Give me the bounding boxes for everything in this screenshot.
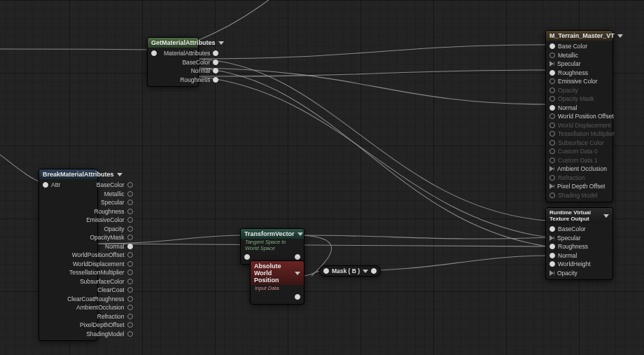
pin-label: Pixel Depth Offset bbox=[557, 183, 605, 190]
chevron-down-icon bbox=[218, 41, 224, 45]
pin-label: ClearCoat bbox=[97, 286, 124, 293]
input-pin[interactable]: Roughness bbox=[546, 242, 612, 251]
input-pin[interactable]: Base Color bbox=[546, 42, 612, 51]
input-pin[interactable]: Opacity bbox=[546, 269, 612, 278]
node-graph-canvas[interactable]: GetMaterialAttributes MaterialAttributes… bbox=[0, 0, 644, 355]
output-pin[interactable]: Opacity bbox=[64, 225, 136, 234]
pin-label: Specular bbox=[557, 60, 581, 67]
node-header[interactable]: GetMaterialAttributes bbox=[148, 38, 198, 48]
output-pin[interactable]: WorldPositionOffset bbox=[64, 251, 136, 260]
pin-label: Specular bbox=[101, 199, 125, 206]
node-transform-vector[interactable]: TransformVector Tangent Space to World S… bbox=[240, 228, 304, 265]
pin-icon bbox=[550, 148, 555, 154]
node-header[interactable]: M_Terrain_Master_VT bbox=[546, 31, 612, 41]
output-pin-base-color[interactable]: BaseColor bbox=[160, 58, 222, 67]
input-pin[interactable]: Pixel Depth Offset bbox=[546, 182, 612, 191]
input-pin[interactable]: World Displacement bbox=[546, 121, 612, 130]
node-absolute-world-position[interactable]: Absolute World Position Input Data bbox=[250, 260, 304, 305]
node-get-material-attributes[interactable]: GetMaterialAttributes MaterialAttributes… bbox=[147, 37, 199, 87]
output-pin[interactable]: Metallic bbox=[64, 190, 136, 199]
input-pin[interactable]: Roughness bbox=[546, 69, 612, 78]
output-pin-material-attributes[interactable]: MaterialAttributes bbox=[160, 49, 222, 58]
pin-icon bbox=[550, 140, 555, 146]
pin-icon bbox=[550, 61, 554, 67]
pin-label: EmissiveColor bbox=[86, 216, 124, 223]
output-pin[interactable]: BaseColor bbox=[64, 181, 136, 190]
node-title: BreakMaterialAttributes bbox=[43, 171, 114, 178]
output-pin[interactable]: SubsurfaceColor bbox=[64, 277, 136, 286]
input-pin[interactable]: World Position Offset bbox=[546, 112, 612, 121]
output-pin-normal[interactable]: Normal bbox=[160, 67, 222, 76]
input-pin[interactable]: Normal bbox=[546, 104, 612, 113]
pin-icon bbox=[127, 235, 133, 240]
pin-label: Custom Data 1 bbox=[558, 157, 598, 164]
input-pin[interactable]: Subsurface Color bbox=[546, 139, 612, 148]
output-pin[interactable]: WorldDisplacement bbox=[64, 260, 136, 269]
output-pin[interactable]: Specular bbox=[64, 198, 136, 207]
input-pin[interactable]: Normal bbox=[546, 251, 612, 260]
node-title: M_Terrain_Master_VT bbox=[550, 32, 615, 39]
input-pin[interactable]: Emissive Color bbox=[546, 77, 612, 86]
input-pin[interactable]: Metallic bbox=[546, 51, 612, 60]
pin-label: AmbientOcclusion bbox=[76, 304, 125, 311]
node-header[interactable]: Runtime Virtual Texture Output bbox=[546, 208, 612, 223]
input-pin[interactable]: Opacity bbox=[546, 86, 612, 95]
node-header[interactable]: Absolute World Position bbox=[251, 261, 304, 285]
pin-label: TessellationMultiplier bbox=[69, 269, 124, 276]
pin-label: World Position Offset bbox=[558, 113, 614, 120]
output-pin[interactable]: AmbientOcclusion bbox=[64, 303, 136, 312]
input-pin[interactable]: Opacity Mask bbox=[546, 95, 612, 104]
pin-label: ShadingModel bbox=[86, 330, 124, 337]
input-pin-attr[interactable]: Attr bbox=[39, 181, 64, 190]
input-pin[interactable] bbox=[148, 49, 160, 58]
output-pin[interactable]: ShadingModel bbox=[64, 330, 136, 339]
output-pin[interactable]: TessellationMultiplier bbox=[64, 268, 136, 277]
pin-label: World Displacement bbox=[558, 122, 611, 129]
pin-icon bbox=[550, 253, 555, 258]
output-pin-roughness[interactable]: Roughness bbox=[160, 76, 222, 85]
node-header[interactable]: TransformVector bbox=[241, 229, 304, 239]
output-pin[interactable]: EmissiveColor bbox=[64, 216, 136, 225]
output-pin[interactable]: ClearCoatRoughness bbox=[64, 295, 136, 304]
input-pin[interactable]: Refraction bbox=[546, 174, 612, 183]
pin-icon bbox=[550, 193, 555, 198]
input-pin[interactable]: Ambient Occlusion bbox=[546, 165, 612, 174]
input-pin[interactable]: Specular bbox=[546, 234, 612, 243]
pin-icon bbox=[295, 294, 300, 300]
chevron-down-icon bbox=[603, 214, 609, 218]
output-pin[interactable] bbox=[277, 293, 304, 302]
output-pin[interactable]: Roughness bbox=[64, 207, 136, 216]
input-pin[interactable]: Tessellation Multiplier bbox=[546, 130, 612, 139]
chevron-down-icon bbox=[617, 34, 623, 38]
node-runtime-virtual-texture-output[interactable]: Runtime Virtual Texture Output BaseColor… bbox=[545, 207, 613, 280]
output-pin[interactable]: ClearCoat bbox=[64, 286, 136, 295]
input-pin[interactable]: BaseColor bbox=[546, 225, 612, 234]
pin-label: PixelDepthOffset bbox=[80, 321, 125, 328]
output-pin[interactable]: Refraction bbox=[64, 312, 136, 321]
node-mask-b[interactable]: Mask ( B ) bbox=[319, 265, 381, 277]
pin-label: Normal bbox=[558, 252, 577, 259]
pin-label: Roughness bbox=[558, 69, 588, 76]
pin-label: SubsurfaceColor bbox=[80, 278, 124, 285]
pin-icon bbox=[213, 60, 218, 65]
input-pin[interactable]: Specular bbox=[546, 60, 612, 69]
pin-label: Normal bbox=[558, 104, 577, 111]
input-pin[interactable]: Custom Data 1 bbox=[546, 156, 612, 165]
input-pin[interactable]: Shading Model bbox=[546, 191, 612, 200]
pin-icon bbox=[127, 331, 133, 337]
node-break-material-attributes[interactable]: BreakMaterialAttributes Attr BaseColorMe… bbox=[38, 169, 98, 341]
pin-icon bbox=[550, 270, 554, 276]
output-pin[interactable]: PixelDepthOffset bbox=[64, 321, 136, 330]
node-header[interactable]: BreakMaterialAttributes bbox=[39, 169, 97, 179]
output-pin[interactable]: OpacityMask bbox=[64, 233, 136, 242]
pin-label: Refraction bbox=[558, 174, 585, 181]
pin-icon bbox=[550, 70, 555, 76]
input-pin[interactable]: WorldHeight bbox=[546, 260, 612, 269]
node-title: Mask ( B ) bbox=[332, 267, 360, 274]
input-pin[interactable]: Custom Data 0 bbox=[546, 147, 612, 156]
pin-label: Specular bbox=[557, 235, 581, 242]
node-m-terrain-master-vt[interactable]: M_Terrain_Master_VT Base ColorMetallicSp… bbox=[545, 30, 613, 202]
output-pin[interactable]: Normal bbox=[64, 242, 136, 251]
pin-icon bbox=[213, 50, 218, 56]
pin-icon bbox=[213, 77, 218, 83]
